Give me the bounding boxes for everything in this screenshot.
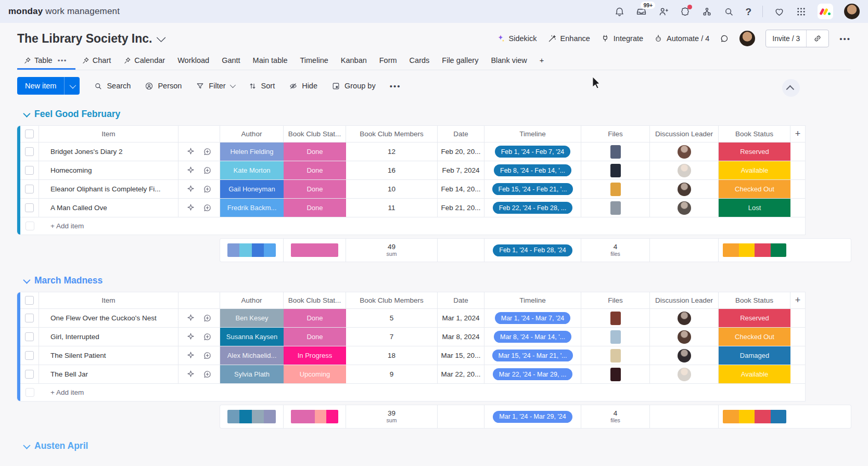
leader-avatar[interactable] [678, 349, 691, 363]
leader-avatar[interactable] [678, 368, 691, 381]
add-update-icon[interactable] [203, 314, 212, 322]
date-cell[interactable]: Feb 14, 20... [438, 180, 484, 198]
item-name[interactable]: The Silent Patient [39, 346, 178, 365]
sparkle-ai-icon[interactable] [186, 370, 195, 379]
group-title[interactable]: Feel Good February [23, 109, 851, 120]
add-column-button[interactable]: + [790, 126, 805, 142]
members-cell[interactable]: 18 [346, 346, 438, 365]
author-cell[interactable]: Helen Fielding [220, 143, 284, 161]
help-button[interactable]: ? [745, 7, 751, 17]
timeline-pill[interactable]: Mar 8, '24 - Mar 14, '... [494, 331, 571, 343]
add-update-icon[interactable] [203, 370, 212, 379]
group-title[interactable]: Austen April [23, 441, 851, 451]
column-header-date[interactable]: Date [438, 126, 484, 142]
item-name[interactable]: Bridget Jones's Diary 2 [39, 143, 178, 161]
status-cell[interactable]: Done [284, 143, 346, 161]
sparkle-ai-icon[interactable] [186, 314, 195, 322]
collapse-header-button[interactable] [782, 79, 800, 97]
timeline-pill[interactable]: Feb 22, '24 - Feb 28, ... [493, 202, 573, 214]
column-header-author[interactable]: Author [220, 292, 284, 308]
tab-main-table[interactable]: Main table [247, 51, 294, 70]
members-cell[interactable]: 16 [346, 161, 438, 179]
column-header-item[interactable]: Item [39, 292, 178, 308]
row-checkbox[interactable] [25, 351, 34, 360]
invite-button[interactable]: Invite / 3 [766, 30, 806, 47]
timeline-pill[interactable]: Feb 1, '24 - Feb 7, '24 [495, 146, 571, 158]
timeline-pill[interactable]: Mar 15, '24 - Mar 21, '... [492, 350, 573, 361]
status-cell[interactable]: In Progress [284, 346, 346, 365]
column-header-status[interactable]: Book Club Stat... [284, 292, 346, 308]
sparkle-ai-icon[interactable] [186, 185, 195, 193]
toolbar-more-menu[interactable]: ••• [390, 82, 401, 90]
add-item-row[interactable]: + Add item [20, 217, 805, 235]
filter-tool[interactable]: Filter [196, 82, 234, 90]
table-row[interactable]: One Flew Over the Cuckoo's Nest Ben Kese… [20, 309, 805, 328]
table-row[interactable]: Bridget Jones's Diary 2 Helen Fielding D… [20, 143, 805, 161]
select-all-checkbox[interactable] [25, 296, 34, 305]
members-cell[interactable]: 7 [346, 328, 438, 346]
tab-workload[interactable]: Workload [171, 51, 215, 70]
status-distribution-bar[interactable] [291, 243, 338, 257]
enhance-button[interactable]: Enhance [547, 34, 590, 43]
table-row[interactable]: The Silent Patient Alex Michaelid... In … [20, 346, 805, 365]
timeline-summary-pill[interactable]: Mar 1, '24 - Mar 29, '24 [493, 411, 572, 423]
status-cell[interactable]: Done [284, 180, 346, 198]
members-cell[interactable]: 11 [346, 199, 438, 217]
column-header-members[interactable]: Book Club Members [346, 126, 438, 142]
add-update-icon[interactable] [203, 166, 212, 175]
file-thumbnail[interactable] [610, 368, 621, 381]
author-cell[interactable]: Kate Morton [220, 161, 284, 179]
column-header-leader[interactable]: Discussion Leader [650, 292, 719, 308]
column-header-date[interactable]: Date [438, 292, 484, 308]
date-cell[interactable]: Feb 20, 20... [438, 143, 484, 161]
author-cell[interactable]: Alex Michaelid... [220, 346, 284, 365]
row-checkbox[interactable] [25, 166, 34, 175]
file-thumbnail[interactable] [610, 145, 621, 159]
tab-blank-view[interactable]: Blank view [484, 51, 533, 70]
date-cell[interactable]: Mar 8, 2024 [438, 328, 484, 346]
new-item-button[interactable]: New item [17, 77, 64, 95]
author-cell[interactable]: Sylvia Plath [220, 365, 284, 383]
teams-button[interactable] [701, 6, 712, 17]
book-status-cell[interactable]: Available [719, 365, 790, 383]
sparkle-ai-icon[interactable] [186, 166, 195, 175]
file-thumbnail[interactable] [610, 183, 621, 196]
book-status-cell[interactable]: Reserved [719, 309, 790, 327]
book-status-cell[interactable]: Damaged [719, 346, 790, 365]
row-checkbox[interactable] [25, 203, 34, 212]
board-more-menu[interactable]: ••• [839, 34, 851, 43]
select-all-checkbox[interactable] [25, 130, 34, 138]
timeline-pill[interactable]: Feb 15, '24 - Feb 21, '... [492, 183, 573, 195]
leader-avatar[interactable] [678, 145, 691, 159]
tab-form[interactable]: Form [373, 51, 403, 70]
board-owner-avatar[interactable] [739, 31, 755, 46]
status-cell[interactable]: Done [284, 328, 346, 346]
column-header-timeline[interactable]: Timeline [484, 292, 581, 308]
user-avatar[interactable] [844, 4, 860, 19]
row-checkbox[interactable] [25, 370, 34, 379]
date-cell[interactable]: Mar 1, 2024 [438, 309, 484, 327]
inbox-button[interactable]: 99+ [636, 6, 647, 17]
book-status-distribution-bar[interactable] [723, 410, 786, 423]
search-tool[interactable]: Search [94, 82, 131, 90]
item-name[interactable]: The Bell Jar [39, 365, 178, 383]
status-cell[interactable]: Done [284, 199, 346, 217]
tab-cards[interactable]: Cards [403, 51, 436, 70]
members-cell[interactable]: 12 [346, 143, 438, 161]
favorites-button[interactable] [774, 6, 785, 17]
integrate-button[interactable]: Integrate [601, 34, 643, 43]
add-column-button[interactable]: + [790, 292, 805, 308]
book-status-cell[interactable]: Available [719, 161, 790, 179]
monday-product-tile[interactable] [818, 4, 833, 19]
row-checkbox[interactable] [25, 314, 34, 322]
tab-gantt[interactable]: Gantt [215, 51, 246, 70]
item-name[interactable]: One Flew Over the Cuckoo's Nest [39, 309, 178, 327]
add-item-button[interactable]: + Add item [50, 389, 84, 396]
add-item-row[interactable]: + Add item [20, 384, 805, 401]
tab-calendar[interactable]: Calendar [117, 51, 171, 70]
monday-logo[interactable]: monday work management [8, 6, 120, 17]
column-header-item[interactable]: Item [39, 126, 178, 142]
file-thumbnail[interactable] [610, 312, 621, 325]
status-cell[interactable]: Upcoming [284, 365, 346, 383]
invite-members-button[interactable] [658, 6, 669, 17]
